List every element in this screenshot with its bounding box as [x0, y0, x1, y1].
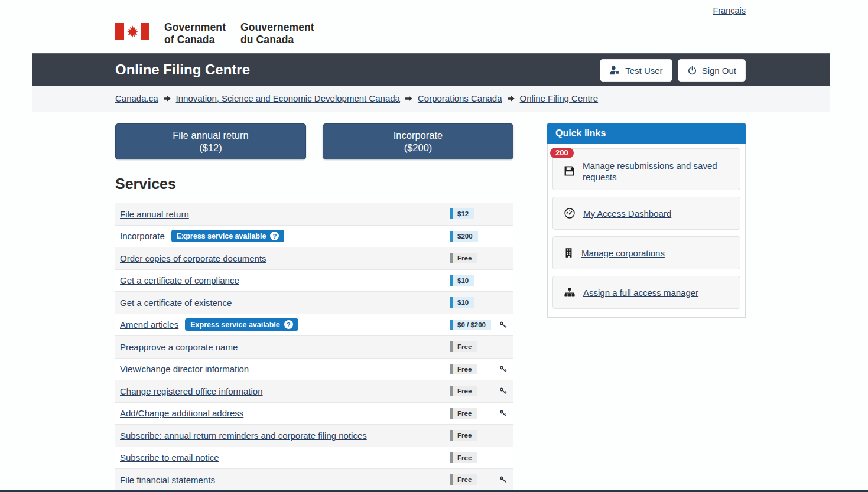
power-icon	[687, 66, 697, 76]
breadcrumb: Canada.caInnovation, Science and Economi…	[115, 93, 598, 103]
signature-english: Government of Canada	[164, 21, 226, 46]
service-link[interactable]: Preapprove a corporate name	[120, 342, 238, 352]
price-badge: $200	[450, 231, 478, 242]
breadcrumb-arrow-icon	[405, 96, 412, 102]
express-service-badge: Express service available?	[185, 318, 298, 331]
breadcrumb-link[interactable]: Corporations Canada	[418, 93, 502, 103]
key-icon	[498, 386, 508, 396]
save-icon	[564, 165, 575, 177]
service-row: IncorporateExpress service available?$20…	[115, 225, 513, 247]
quick-link-card: Manage corporations	[552, 236, 740, 269]
price-badge: Free	[450, 452, 477, 463]
user-cog-icon	[609, 66, 620, 75]
service-link[interactable]: Subscribe: annual return reminders and c…	[120, 431, 367, 441]
service-row: Subscribe to email noticeFree	[115, 447, 513, 469]
file-annual-return-button[interactable]: File annual return ($12)	[115, 123, 306, 159]
service-row: View/change director informationFree	[115, 358, 513, 380]
service-link[interactable]: Subscribe to email notice	[120, 452, 219, 462]
service-row: Get a certificate of existence$10	[115, 291, 513, 314]
price-badge: Free	[450, 474, 477, 485]
dashboard-icon	[564, 207, 576, 219]
app-bar-buttons: Test User Sign Out	[600, 59, 746, 82]
service-link[interactable]: Get a certificate of existence	[120, 298, 232, 308]
breadcrumb-arrow-icon	[508, 96, 515, 102]
quick-links-heading: Quick links	[547, 123, 746, 144]
quick-link[interactable]: Manage corporations	[581, 247, 665, 259]
service-row: Amend articlesExpress service available?…	[115, 314, 513, 336]
canada-flag-icon	[115, 23, 149, 40]
language-toggle-link[interactable]: Français	[713, 6, 746, 15]
key-icon	[498, 408, 508, 418]
building-icon	[564, 247, 574, 259]
quick-link-card: My Access Dashboard	[552, 197, 740, 230]
price-badge: Free	[450, 430, 477, 441]
quick-links-panel: 200Manage resubmissions and saved reques…	[547, 144, 746, 318]
price-badge: Free	[450, 408, 477, 419]
service-link[interactable]: Get a certificate of compliance	[120, 275, 239, 285]
page-title: Online Filing Centre	[115, 61, 250, 78]
price-badge: Free	[450, 253, 477, 263]
price-badge: Free	[450, 386, 477, 396]
express-service-badge: Express service available?	[171, 230, 285, 242]
incorporate-button[interactable]: Incorporate ($200)	[323, 123, 513, 159]
count-badge: 200	[550, 148, 574, 158]
service-link[interactable]: Order copies of corporate documents	[120, 253, 266, 263]
price-badge: $0 / $200	[450, 320, 491, 330]
price-badge: $12	[450, 208, 474, 219]
sign-out-button[interactable]: Sign Out	[678, 59, 746, 82]
service-link[interactable]: Add/Change additional address	[120, 408, 243, 418]
service-link[interactable]: View/change director information	[120, 364, 249, 374]
quick-link-card: 200Manage resubmissions and saved reques…	[552, 148, 740, 190]
breadcrumb-arrow-icon	[164, 96, 171, 102]
price-badge: $10	[450, 275, 474, 286]
breadcrumb-link[interactable]: Online Filing Centre	[520, 93, 599, 103]
price-badge: Free	[450, 341, 477, 352]
service-row: Get a certificate of compliance$10	[115, 269, 513, 292]
quick-link[interactable]: My Access Dashboard	[583, 208, 671, 219]
quick-link[interactable]: Assign a full access manager	[583, 287, 698, 298]
key-icon	[498, 320, 508, 330]
sign-out-button-label: Sign Out	[702, 66, 736, 76]
key-icon	[498, 364, 508, 374]
service-link[interactable]: File financial statements	[120, 475, 215, 485]
service-row: Change registered office informationFree	[115, 380, 513, 402]
help-icon[interactable]: ?	[270, 232, 279, 240]
quick-link-card: Assign a full access manager	[552, 276, 740, 309]
price-badge: Free	[450, 364, 477, 374]
maple-leaf-icon	[126, 25, 139, 38]
quick-link[interactable]: Manage resubmissions and saved requests	[583, 160, 733, 183]
page: Français Government of Canada Gouverneme…	[0, 0, 868, 492]
government-of-canada-signature: Government of Canada Gouvernement du Can…	[115, 21, 314, 46]
service-row: Subscribe: annual return reminders and c…	[115, 424, 513, 447]
service-row: Preapprove a corporate nameFree	[115, 335, 513, 358]
services-heading: Services	[115, 175, 176, 193]
service-link[interactable]: File annual return	[120, 209, 189, 219]
user-button-label: Test User	[625, 66, 662, 76]
sitemap-icon	[564, 287, 576, 298]
express-badge-label: Express service available	[177, 232, 266, 240]
help-icon[interactable]: ?	[284, 320, 293, 329]
footer-top-border	[0, 490, 868, 492]
service-link[interactable]: Amend articles	[120, 320, 178, 330]
service-row: File financial statementsFree	[115, 468, 513, 491]
service-row: Order copies of corporate documentsFree	[115, 247, 513, 269]
service-link[interactable]: Incorporate	[120, 231, 165, 241]
breadcrumb-band: Canada.caInnovation, Science and Economi…	[32, 86, 830, 112]
service-link[interactable]: Change registered office information	[120, 386, 263, 396]
service-row: File annual return$12	[115, 203, 513, 225]
breadcrumb-link[interactable]: Canada.ca	[115, 93, 158, 103]
service-row: Add/Change additional addressFree	[115, 402, 513, 425]
key-icon	[498, 475, 508, 485]
services-table: File annual return$12IncorporateExpress …	[115, 203, 513, 491]
app-bar: Online Filing Centre Test User Sign Out	[32, 53, 830, 86]
user-button[interactable]: Test User	[600, 59, 672, 82]
price-badge: $10	[450, 297, 474, 308]
breadcrumb-link[interactable]: Innovation, Science and Economic Develop…	[176, 93, 400, 103]
express-badge-label: Express service available	[190, 321, 280, 329]
signature-french: Gouvernement du Canada	[240, 21, 314, 46]
